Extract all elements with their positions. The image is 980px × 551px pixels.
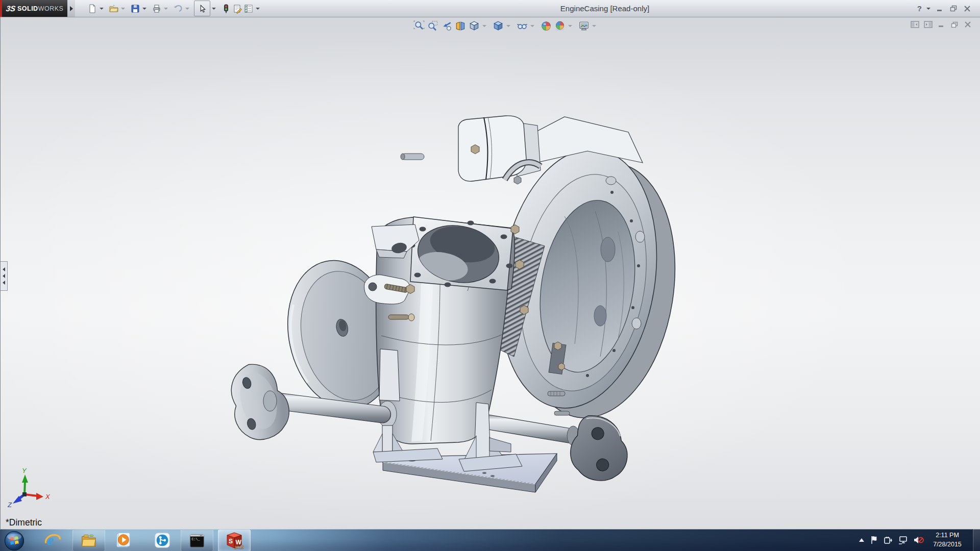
restore-button[interactable] [949,5,958,13]
tray-time: 2:11 PM [927,531,968,540]
folder-icon [80,532,97,549]
solidworks-cube-icon: S W 2015 [225,532,243,550]
taskbar-item-media-player[interactable] [114,532,131,549]
taskbar-item-windows-explorer[interactable] [72,530,105,551]
new-dropdown-icon[interactable] [100,8,104,10]
menu-expand-arrow[interactable] [67,0,75,17]
save-icon[interactable] [130,3,141,14]
taskbar-item-command-prompt[interactable]: C:\_ [181,530,213,551]
graphics-viewport[interactable]: Y X Z *Dimetric [0,17,980,529]
tray-clock[interactable]: 2:11 PM 7/28/2015 [927,531,968,549]
main-toolbar [87,0,264,17]
help-button[interactable]: ? [917,4,922,13]
taskbar-item-team-services[interactable] [154,532,171,549]
solidworks-logo: 3S SOLIDWORKS [2,0,67,17]
taskbar: e C:\_ [0,529,980,551]
top-cover-assembly [401,116,541,184]
solidworks-desktop: { "window": { "brand": {"glyph": "3S", "… [0,0,980,551]
sw-letter-s: S [229,538,233,545]
cursor-arrow-icon [198,4,207,13]
tray-date: 7/28/2015 [927,540,968,549]
titlebar-controls: ? [917,0,972,17]
network-icon[interactable] [898,536,908,544]
help-dropdown-icon[interactable] [926,8,930,10]
minimize-button[interactable] [935,5,944,13]
file-properties-icon[interactable] [232,3,243,14]
power-plug-icon[interactable] [884,536,893,544]
ds-logo-glyph: 3S [5,4,16,13]
start-button[interactable] [4,531,24,551]
sw-year: 2015 [234,545,243,550]
rebuild-icon[interactable] [220,3,232,14]
triad-y-label: Y [22,467,27,474]
show-desktop-button[interactable] [972,529,980,551]
volume-muted-icon[interactable] [913,536,924,544]
print-icon[interactable] [151,3,162,14]
title-bar: 3S SOLIDWORKS EngineCasing [0,0,980,17]
new-document-icon[interactable] [87,3,98,14]
right-shaft-flange [566,412,634,486]
left-shaft-flange [223,357,296,445]
window-title: EngineCasing [Read-only] [526,0,684,17]
select-dropdown-icon[interactable] [212,8,216,10]
taskbar-item-solidworks[interactable]: S W 2015 [218,530,251,551]
select-tool-button[interactable] [194,1,210,16]
options-dropdown-icon[interactable] [256,8,260,10]
taskbar-item-internet-explorer[interactable]: e [44,532,61,549]
options-icon[interactable] [243,3,254,14]
system-tray [859,529,924,551]
open-dropdown-icon[interactable] [121,8,125,10]
engine-casing-model [1,17,980,529]
close-button[interactable] [963,5,972,13]
triad-z-label: Z [7,501,12,509]
save-dropdown-icon[interactable] [142,8,146,10]
right-arrow-icon [70,6,73,11]
brand-light: WORKS [38,5,64,12]
brand-bold: SOLID [17,5,38,12]
undo-dropdown-icon[interactable] [185,8,189,10]
view-orientation-label: *Dimetric [6,517,42,528]
undo-icon[interactable] [173,3,184,14]
show-hidden-icons-button[interactable] [859,538,865,543]
cmd-prompt-text: C:\_ [192,537,200,541]
open-icon[interactable] [108,3,119,14]
print-dropdown-icon[interactable] [164,8,168,10]
command-prompt-icon: C:\_ [188,532,206,549]
action-center-flag-icon[interactable] [870,536,878,544]
triad-x-label: X [45,493,51,500]
reference-triad: Y X Z [1,456,72,517]
